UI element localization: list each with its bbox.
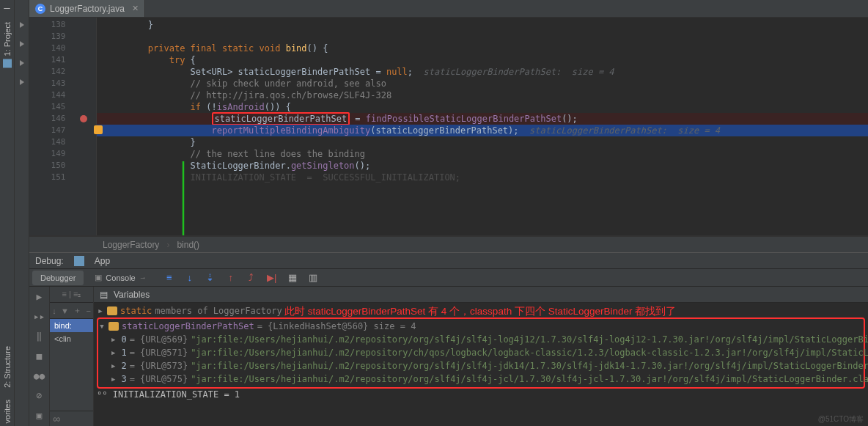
static-suffix: members of LoggerFactory: [155, 305, 282, 317]
frames-secondary-toolbar: ↓ ▼ ＋ −: [50, 303, 93, 319]
editor-tab-bar: C LoggerFactory.java ✕: [29, 0, 868, 18]
camera-icon[interactable]: ▣: [34, 410, 45, 421]
collapse-icon[interactable]: [98, 320, 106, 333]
debug-run-controls: ▶ ▸▸ ‖ ■ ●● ⊘ ▣ ⚙: [29, 287, 50, 426]
expand-icon[interactable]: [111, 333, 115, 346]
set-entries: 0 = {URL@569} "jar:file:/Users/hejianhui…: [98, 333, 864, 386]
static-keyword: static: [120, 305, 152, 317]
frame-item[interactable]: <clin: [50, 332, 93, 345]
debug-body: ▶ ▸▸ ‖ ■ ●● ⊘ ▣ ⚙ ≡ | ≡₂ ↓ ▼ ＋ − bind:<c…: [29, 287, 868, 426]
frames-bottom: ∞: [50, 411, 93, 426]
trace-icon[interactable]: ▥: [307, 272, 319, 283]
fold-toggle-icon[interactable]: [20, 79, 24, 85]
mute-breakpoints-icon[interactable]: ⊘: [34, 390, 45, 401]
fold-toggle-icon[interactable]: [20, 60, 24, 66]
debug-toolwindow-header: Debug: App: [29, 252, 868, 269]
resume-icon[interactable]: ▶: [34, 291, 45, 302]
debug-sub-tabs: Debugger ▣ Console → ≡ ↓ ⇣ ↑ ⤴ ▶| ▦ ▥: [29, 269, 868, 287]
variables-icon: ▤: [100, 290, 108, 300]
tab-console[interactable]: ▣ Console →: [87, 270, 154, 285]
infinity-icon[interactable]: ∞: [53, 413, 60, 425]
code-line[interactable]: Set<URL> staticLoggerBinderPathSet = nul…: [97, 66, 868, 78]
fold-toggle-icon[interactable]: [20, 22, 24, 28]
code-line[interactable]: private final static void bind() {: [97, 43, 868, 54]
step-into-icon[interactable]: ↓: [184, 272, 196, 283]
frame-add-icon[interactable]: ＋: [73, 305, 81, 316]
variables-title: Variables: [114, 290, 150, 300]
tool-window-strip-left: — 1: Project 2: Structure vorites: [0, 0, 15, 426]
java-class-icon: C: [35, 4, 45, 14]
set-entry-row[interactable]: 3 = {URL@575} "jar:file:/Users/hejianhui…: [98, 372, 864, 386]
code-line[interactable]: // the next line does the binding: [97, 148, 868, 160]
code-line[interactable]: if (!isAndroid()) {: [97, 101, 868, 113]
frames-panel: ≡ | ≡₂ ↓ ▼ ＋ − bind:<clin ∞: [50, 287, 94, 426]
breakpoint-icon[interactable]: [80, 115, 87, 122]
code-line[interactable]: try {: [97, 54, 868, 66]
tool-project[interactable]: 1: Project: [3, 19, 12, 70]
tool-structure[interactable]: 2: Structure: [3, 343, 12, 391]
force-step-into-icon[interactable]: ⇣: [205, 272, 216, 283]
evaluate-icon[interactable]: ▦: [287, 272, 298, 283]
variables-tree[interactable]: 此时 staticLoggerBinderPathSet 有 4 个，class…: [94, 303, 868, 426]
pause-icon[interactable]: ‖: [34, 331, 45, 342]
expand-icon[interactable]: [111, 372, 115, 386]
set-entry-row[interactable]: 2 = {URL@573} "jar:file:/Users/hejianhui…: [98, 359, 864, 372]
run-config-icon: [74, 256, 84, 266]
code-line[interactable]: INITIALIZATION_STATE = SUCCESSFUL_INITIA…: [97, 172, 868, 183]
frame-prev-icon[interactable]: ↓: [52, 306, 56, 315]
init-state-label: ᵒᵒ INITIALIZATION_STATE = 1: [97, 389, 240, 401]
set-entry-row[interactable]: 1 = {URL@571} "jar:file:/Users/hejianhui…: [98, 346, 864, 359]
code-line[interactable]: [97, 31, 868, 43]
minimize-icon[interactable]: —: [0, 1, 14, 13]
step-over-icon[interactable]: ≡: [163, 272, 175, 283]
stop-icon[interactable]: ■: [34, 350, 45, 361]
code-line[interactable]: // http://jira.qos.ch/browse/SLF4J-328: [97, 89, 868, 101]
frame-remove-icon[interactable]: −: [86, 306, 90, 315]
field-icon: [108, 322, 119, 331]
gutter: 1381391401411421431441451461471481491501…: [29, 18, 97, 235]
tool-favorites-label: vorites: [3, 400, 12, 423]
var-meta: = {LinkedHashSet@560} size = 4: [257, 320, 416, 333]
intention-bulb-icon[interactable]: [94, 125, 103, 134]
annotation-text: 此时 staticLoggerBinderPathSet 有 4 个，class…: [284, 305, 676, 317]
code-line[interactable]: // skip check under android, see also: [97, 78, 868, 89]
frame-item[interactable]: bind:: [50, 319, 93, 332]
breadcrumb-method[interactable]: bind(): [177, 240, 199, 250]
init-state-row[interactable]: ᵒᵒ INITIALIZATION_STATE = 1: [97, 389, 865, 401]
frame-filter-icon[interactable]: ▼: [61, 306, 69, 315]
tool-project-label: 1: Project: [3, 22, 12, 56]
tool-favorites[interactable]: vorites: [3, 397, 12, 426]
code-area[interactable]: } private final static void bind() { try…: [97, 18, 868, 235]
frames-filter-icon[interactable]: ≡ | ≡₂: [62, 290, 81, 299]
step-out-icon[interactable]: ↑: [225, 272, 237, 283]
editor-fold-strip: [15, 0, 29, 426]
tab-debugger[interactable]: Debugger: [32, 271, 84, 285]
close-icon[interactable]: ✕: [132, 4, 139, 13]
breadcrumb-class[interactable]: LoggerFactory: [103, 240, 159, 250]
run-to-cursor-icon[interactable]: ▶|: [266, 272, 278, 283]
expand-icon[interactable]: [97, 304, 104, 317]
tab-debugger-label: Debugger: [40, 273, 76, 282]
expand-icon[interactable]: [111, 346, 115, 359]
editor-tab[interactable]: C LoggerFactory.java ✕: [29, 0, 145, 17]
set-entry-row[interactable]: 0 = {URL@569} "jar:file:/Users/hejianhui…: [98, 333, 864, 346]
tool-structure-label: 2: Structure: [3, 346, 12, 388]
drop-frame-icon[interactable]: ⤴: [246, 272, 257, 283]
code-line[interactable]: staticLoggerBinderPathSet = findPossible…: [97, 113, 868, 125]
watermark: @51CTO博客: [818, 414, 864, 425]
code-line[interactable]: }: [97, 136, 868, 148]
frames-toolbar: ≡ | ≡₂: [50, 287, 93, 303]
breadcrumb: LoggerFactory › bind(): [29, 236, 868, 252]
variables-panel: ▤ Variables 此时 staticLoggerBinderPathSet…: [94, 287, 868, 426]
run-config-name[interactable]: App: [95, 256, 110, 266]
fold-toggle-icon[interactable]: [20, 41, 24, 47]
field-icon: [107, 306, 117, 315]
rerun-icon[interactable]: ▸▸: [34, 311, 45, 322]
code-editor[interactable]: 1381391401411421431441451461471481491501…: [29, 18, 868, 236]
code-line[interactable]: reportMultipleBindingAmbiguity(staticLog…: [97, 125, 868, 136]
set-variable-row[interactable]: staticLoggerBinderPathSet = {LinkedHashS…: [98, 320, 864, 333]
view-breakpoints-icon[interactable]: ●●: [34, 370, 45, 381]
code-line[interactable]: StaticLoggerBinder.getSingleton();: [97, 160, 868, 172]
expand-icon[interactable]: [111, 359, 115, 372]
code-line[interactable]: }: [97, 19, 868, 31]
